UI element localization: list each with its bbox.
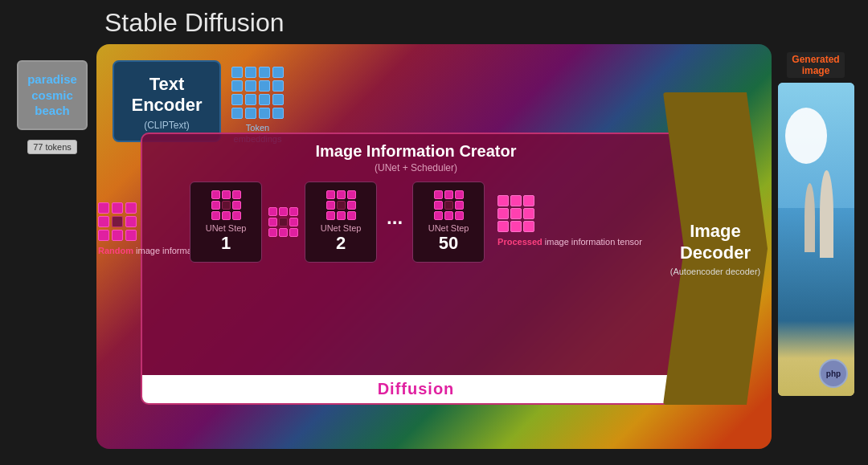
grid-cell — [211, 211, 220, 220]
grid-cell — [497, 195, 509, 206]
input-line1: paradise — [27, 72, 77, 86]
grid-cell — [98, 216, 109, 227]
grid-cell — [434, 211, 443, 220]
grid-cell — [347, 190, 356, 199]
grid-cell — [497, 221, 509, 232]
grid-cell — [279, 228, 288, 237]
unet1-grid — [211, 190, 241, 220]
grid-cell — [268, 228, 277, 237]
grid-cell — [112, 230, 123, 241]
grid-cell — [272, 94, 284, 105]
grid-cell — [232, 190, 241, 199]
grid-cell — [222, 201, 231, 210]
grid-cell — [455, 190, 464, 199]
processed-tensor-caption: Processed image information tensor — [497, 236, 642, 248]
decoder-title-line2: Decoder — [670, 243, 761, 263]
unet1-grid-wrapper — [195, 190, 256, 220]
decoder-label: Image Decoder (Autoencoder decoder) — [670, 221, 761, 276]
php-badge: php — [819, 359, 848, 388]
input-text: paradise cosmic beach — [27, 72, 77, 117]
unet50-grid-wrapper — [418, 190, 479, 220]
dots: ··· — [383, 211, 406, 234]
grid-cell — [98, 230, 109, 241]
unet-row: UNet Step 1 — [142, 182, 690, 263]
decoder-area: Image Decoder (Autoencoder decoder) — [663, 92, 768, 405]
diagram-area: Text Encoder (CLIPText) — [96, 44, 772, 465]
grid-cell — [347, 201, 356, 210]
grid-cell — [125, 202, 137, 214]
grid-cell — [232, 201, 241, 210]
unet50-grid — [434, 190, 464, 220]
unet1-label: UNet Step — [195, 223, 256, 233]
grid-cell — [112, 216, 123, 227]
grid-cell — [347, 211, 356, 220]
grid-cell — [272, 67, 284, 78]
unet2-number: 2 — [310, 233, 371, 254]
token-badge: 77 tokens — [27, 140, 77, 154]
grid-cell — [326, 201, 335, 210]
grid-cell — [289, 218, 298, 226]
token-grid-visual — [231, 67, 284, 119]
grid-cell — [98, 202, 109, 214]
grid-cell — [259, 67, 270, 78]
grid-cell — [523, 221, 534, 232]
unet50-label: UNet Step — [418, 223, 479, 233]
grid-cell — [222, 211, 231, 220]
grid-cell — [272, 108, 284, 119]
grid-cell — [279, 218, 288, 226]
input-line3: beach — [35, 104, 69, 117]
grid-cell — [245, 80, 256, 92]
grid-cell — [510, 208, 522, 219]
grid-cell — [231, 80, 243, 92]
unet-step-50: UNet Step 50 — [412, 182, 485, 263]
grid-cell — [337, 211, 346, 220]
grid-cell — [326, 211, 335, 220]
processed-text: image information tensor — [542, 237, 642, 247]
right-panel: Generated image php — [772, 44, 860, 396]
grid-cell — [279, 207, 288, 216]
grid-cell — [259, 94, 270, 105]
generated-label: Generated image — [787, 52, 844, 78]
iic-subtitle: (UNet + Scheduler) — [142, 162, 690, 173]
input-line2: cosmic — [31, 88, 73, 102]
background-image: Text Encoder (CLIPText) — [96, 44, 772, 449]
text-encoder-title: Text Encoder — [122, 74, 211, 116]
diffusion-label: Diffusion — [378, 380, 455, 398]
decoder-subtitle: (Autoencoder decoder) — [670, 267, 761, 276]
grid-cell — [231, 94, 243, 105]
grid-cell — [211, 190, 220, 199]
grid-cell — [259, 80, 270, 92]
grid-cell — [222, 190, 231, 199]
grid-cell — [125, 230, 137, 241]
diffusion-bar: Diffusion — [142, 375, 690, 403]
text-input[interactable]: paradise cosmic beach — [17, 60, 88, 130]
grid-cell — [455, 201, 464, 210]
grid-cell — [510, 195, 522, 206]
random-highlight: Random — [98, 246, 133, 255]
grid-cell — [510, 221, 522, 232]
grid-cell — [268, 218, 277, 226]
unet1-number: 1 — [195, 233, 256, 254]
grid-cell — [444, 201, 453, 210]
grid-cell — [112, 202, 123, 214]
grid-cell — [434, 201, 443, 210]
text-encoder-block: Text Encoder (CLIPText) — [113, 60, 221, 142]
grid-cell — [259, 108, 270, 119]
rock1 — [820, 170, 833, 258]
rock2 — [805, 183, 815, 252]
grid-cell — [523, 195, 534, 206]
grid-cell — [125, 216, 137, 227]
grid-cell — [231, 108, 243, 119]
grid-cell — [289, 207, 298, 216]
grid-cell — [444, 211, 453, 220]
page-title: Stable Diffusion — [0, 0, 868, 44]
decoder-title-line1: Image — [670, 221, 761, 242]
grid-cell — [434, 190, 443, 199]
grid-cell — [497, 208, 509, 219]
grid-cell — [245, 108, 256, 119]
grid-cell — [523, 208, 534, 219]
grid-cell — [337, 190, 346, 199]
processed-highlight: Processed — [497, 237, 542, 247]
unet2-label: UNet Step — [310, 223, 371, 233]
grid-cell — [268, 207, 277, 216]
